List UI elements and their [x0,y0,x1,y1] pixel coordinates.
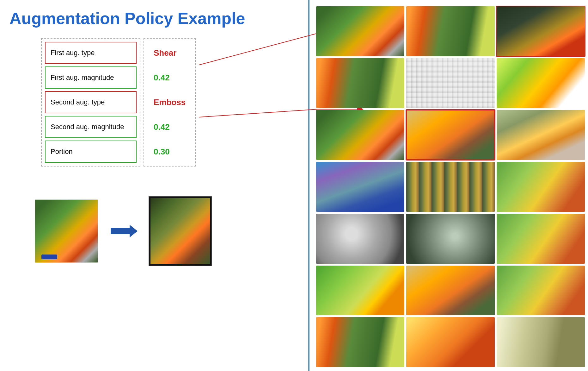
page-title: Augmentation Policy Example [9,9,245,28]
value-first-magnitude: 0.42 [154,66,186,89]
label-first-aug-magnitude: First aug. magnitude [45,66,137,89]
svg-line-0 [199,33,318,65]
image-grid [316,6,585,367]
grid-cell-3-highlighted [497,6,585,56]
grid-cell-18 [497,266,585,316]
grid-cell-8-highlighted [406,110,494,160]
grid-cell-4 [316,58,404,108]
value-portion: 0.30 [154,141,186,163]
label-second-aug-magnitude: Second aug. magnitude [45,116,137,138]
grid-cell-9 [497,110,585,160]
grid-cell-17 [406,266,494,316]
grid-cell-21 [497,317,585,367]
grid-cell-11 [406,162,494,212]
label-portion: Portion [45,141,137,163]
grid-cell-2 [406,6,494,56]
value-shear: Shear [154,42,186,64]
grid-cell-1 [316,6,404,56]
grid-cell-15 [497,214,585,264]
vertical-divider [308,0,309,371]
original-bird-image [35,199,98,263]
bottom-section [35,196,212,266]
grid-cell-19 [316,317,404,367]
svg-line-3 [199,109,318,117]
value-second-magnitude: 0.42 [154,116,186,138]
grid-cell-6 [497,58,585,108]
transform-arrow-icon [107,222,139,241]
svg-marker-6 [111,225,138,237]
grid-cell-10 [316,162,404,212]
transformed-bird-image [149,196,212,266]
label-second-aug-type: Second aug. type [45,91,137,113]
grid-cell-20 [406,317,494,367]
label-first-aug-type: First aug. type [45,42,137,64]
grid-cell-12 [497,162,585,212]
grid-cell-5 [406,58,494,108]
grid-cell-7 [316,110,404,160]
grid-cell-13 [316,214,404,264]
policy-values: Shear 0.42 Emboss 0.42 0.30 [144,38,196,167]
policy-labels: First aug. type First aug. magnitude Sec… [41,38,140,167]
grid-cell-14 [406,214,494,264]
grid-cell-16 [316,266,404,316]
policy-container: First aug. type First aug. magnitude Sec… [41,38,196,167]
value-emboss: Emboss [154,91,186,113]
